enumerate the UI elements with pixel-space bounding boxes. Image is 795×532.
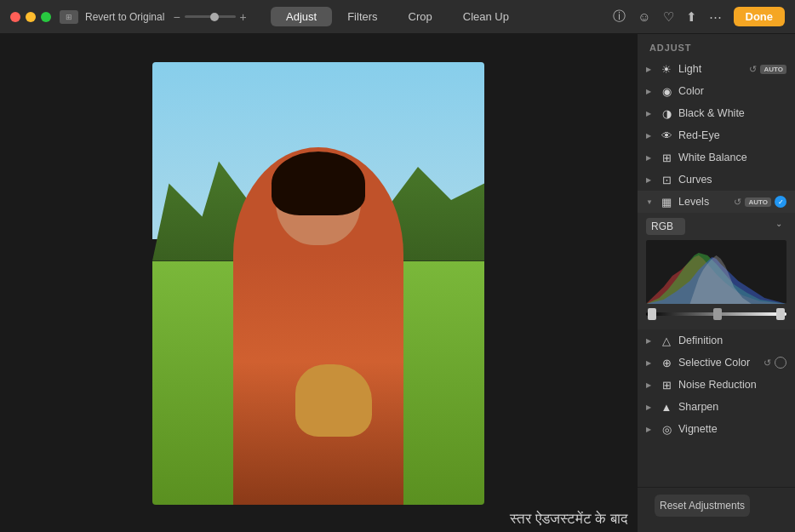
levels-reset-icon[interactable]: ↺ <box>734 197 741 208</box>
sidebar-item-light[interactable]: ▶ ☀ Light ↺ AUTO <box>638 58 795 80</box>
right-toolbar: ⓘ ☺ ♡ ⬆ ⋯ Done <box>613 7 785 26</box>
chevron-right-icon: ▶ <box>646 381 655 389</box>
revert-button[interactable]: Revert to Original <box>85 11 164 23</box>
photo-head <box>276 152 361 245</box>
vignette-icon: ◎ <box>660 423 673 436</box>
selective-color-reset-icon[interactable]: ↺ <box>764 358 771 369</box>
definition-label: Definition <box>678 335 786 346</box>
emoji-icon[interactable]: ☺ <box>638 9 650 24</box>
traffic-lights <box>10 12 51 22</box>
sidebar-item-black-white[interactable]: ▶ ◑ Black & White <box>638 102 795 124</box>
minimize-button[interactable] <box>26 12 36 22</box>
levels-header: RGB Red Green Blue <box>646 218 786 235</box>
maximize-button[interactable] <box>41 12 51 22</box>
rgb-select-wrapper[interactable]: RGB Red Green Blue <box>646 218 786 235</box>
rgb-select[interactable]: RGB Red Green Blue <box>646 218 685 235</box>
titlebar: ⊞ Revert to Original − + Adjust Filters … <box>0 0 795 34</box>
color-label: Color <box>678 85 786 97</box>
watermark: स्तर ऐडजस्टमेंट के बाद <box>510 511 628 528</box>
black-white-label: Black & White <box>678 107 786 119</box>
levels-controls: ↺ AUTO ✓ <box>734 196 786 208</box>
chevron-right-icon: ▶ <box>646 176 655 184</box>
color-icon: ◉ <box>660 85 673 98</box>
levels-black-point[interactable] <box>648 308 656 320</box>
close-button[interactable] <box>10 12 20 22</box>
selective-color-circle-icon[interactable] <box>775 357 786 369</box>
info-icon[interactable]: ⓘ <box>613 9 626 25</box>
light-reset-icon[interactable]: ↺ <box>749 64 757 75</box>
sidebar-item-white-balance[interactable]: ▶ ⊞ White Balance <box>638 146 795 169</box>
selective-color-controls: ↺ <box>764 357 786 369</box>
definition-icon: △ <box>660 335 673 347</box>
levels-check-icon[interactable]: ✓ <box>775 196 786 208</box>
zoom-control[interactable]: − + <box>173 10 246 24</box>
white-balance-icon: ⊞ <box>660 152 673 164</box>
photo-person <box>233 147 403 505</box>
photo-canvas <box>152 62 484 505</box>
window-buttons: ⊞ <box>60 10 78 24</box>
levels-midpoint[interactable] <box>713 308 722 320</box>
noise-reduction-icon: ⊞ <box>660 379 673 392</box>
more-icon[interactable]: ⋯ <box>709 9 722 25</box>
reset-adjustments-button[interactable]: Reset Adjustments <box>655 495 750 517</box>
chevron-right-icon: ▶ <box>646 88 655 95</box>
red-eye-icon: 👁 <box>660 129 673 142</box>
tab-bar: Adjust Filters Crop Clean Up <box>271 7 524 26</box>
light-label: Light <box>678 63 744 75</box>
zoom-slider[interactable] <box>185 15 236 18</box>
chevron-right-icon: ▶ <box>646 154 655 162</box>
chevron-right-icon: ▶ <box>646 403 655 411</box>
done-button[interactable]: Done <box>734 7 786 26</box>
heart-icon[interactable]: ♡ <box>663 9 674 25</box>
sidebar-item-selective-color[interactable]: ▶ ⊕ Selective Color ↺ <box>638 352 795 374</box>
tab-crop[interactable]: Crop <box>393 7 448 26</box>
sidebar-item-color[interactable]: ▶ ◉ Color <box>638 80 795 102</box>
vignette-label: Vignette <box>678 423 786 435</box>
chevron-right-icon: ▶ <box>646 426 655 433</box>
selective-color-label: Selective Color <box>678 357 758 369</box>
sidebar-item-definition[interactable]: ▶ △ Definition <box>638 329 795 352</box>
photo-container <box>152 62 484 505</box>
share-icon[interactable]: ⬆ <box>686 9 697 25</box>
levels-track <box>646 312 786 316</box>
sidebar-scroll: ▶ ☀ Light ↺ AUTO ▶ ◉ Color ▶ ◑ Black & W… <box>638 58 795 487</box>
black-white-icon: ◑ <box>660 107 673 120</box>
levels-panel: RGB Red Green Blue <box>638 213 795 329</box>
histogram <box>646 240 786 304</box>
main-content: स्तर ऐडजस्टमेंट के बाद ADJUST ▶ ☀ Light … <box>0 34 795 532</box>
chevron-right-icon: ▶ <box>646 359 655 367</box>
curves-label: Curves <box>678 174 786 186</box>
zoom-minus-btn[interactable]: − <box>173 10 180 24</box>
levels-icon: ▦ <box>660 196 673 209</box>
light-auto-badge[interactable]: AUTO <box>760 65 786 74</box>
photo-hair <box>272 152 365 215</box>
sidebar-item-noise-reduction[interactable]: ▶ ⊞ Noise Reduction <box>638 374 795 396</box>
zoom-plus-btn[interactable]: + <box>240 10 247 24</box>
light-icon: ☀ <box>660 63 673 76</box>
noise-reduction-label: Noise Reduction <box>678 379 786 391</box>
tab-adjust[interactable]: Adjust <box>271 7 332 26</box>
zoom-thumb[interactable] <box>210 13 219 21</box>
photo-dog <box>295 364 372 437</box>
white-balance-label: White Balance <box>678 152 786 163</box>
tab-cleanup[interactable]: Clean Up <box>448 7 524 26</box>
sidebar-item-levels[interactable]: ▼ ▦ Levels ↺ AUTO ✓ <box>638 191 795 213</box>
sidebar-bottom: Reset Adjustments <box>638 487 795 532</box>
sidebar-item-curves[interactable]: ▶ ⊡ Curves <box>638 169 795 191</box>
levels-white-point[interactable] <box>776 308 785 320</box>
photo-area: स्तर ऐडजस्टमेंट के बाद <box>0 34 637 532</box>
levels-input-slider[interactable] <box>646 307 786 321</box>
levels-label: Levels <box>678 196 729 208</box>
chevron-right-icon: ▶ <box>646 132 655 140</box>
view-toggle-btn[interactable]: ⊞ <box>60 10 78 24</box>
selective-color-icon: ⊕ <box>660 357 673 369</box>
curves-icon: ⊡ <box>660 174 673 186</box>
sidebar-item-vignette[interactable]: ▶ ◎ Vignette <box>638 418 795 440</box>
sharpen-label: Sharpen <box>678 401 786 413</box>
levels-auto-badge[interactable]: AUTO <box>745 197 771 207</box>
sidebar-item-sharpen[interactable]: ▶ ▲ Sharpen <box>638 396 795 418</box>
sidebar-section-header: ADJUST <box>638 34 795 58</box>
tab-filters[interactable]: Filters <box>332 7 392 26</box>
light-controls: ↺ AUTO <box>749 64 786 75</box>
sidebar-item-red-eye[interactable]: ▶ 👁 Red-Eye <box>638 124 795 146</box>
